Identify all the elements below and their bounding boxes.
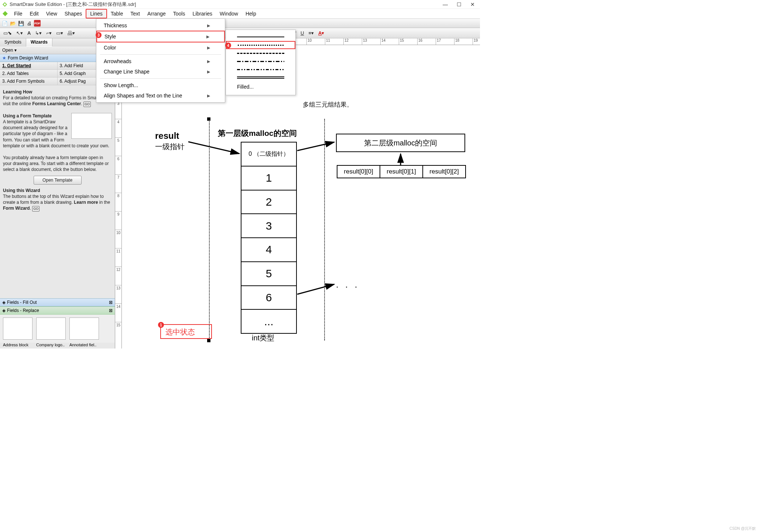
cell-3: 3 xyxy=(241,214,296,238)
new-icon[interactable]: 📄 xyxy=(1,20,8,27)
svg-line-5 xyxy=(297,142,334,151)
svg-line-4 xyxy=(188,142,239,154)
font-color-button[interactable]: A▾ xyxy=(316,29,326,37)
label-dots: · · · xyxy=(336,281,359,292)
cell-ellipsis: ... xyxy=(241,310,296,333)
label-inttype: int类型 xyxy=(252,333,274,343)
annotation-1: 1 xyxy=(158,322,164,328)
cell-0: 0 （二级指针） xyxy=(241,143,296,167)
template-thumb xyxy=(71,113,112,139)
menu-style[interactable]: 3Style▶ xyxy=(96,31,225,42)
linestyle-dashdotdot[interactable] xyxy=(226,65,295,73)
menu-help[interactable]: Help xyxy=(242,10,260,18)
fields-fillout-bar[interactable]: ◈Fields - Fill Out⊠ xyxy=(0,298,115,306)
menu-window[interactable]: Window xyxy=(216,10,242,18)
cell-4: 4 xyxy=(241,238,296,262)
label-result-sub: 一级指针 xyxy=(155,142,185,152)
arrow-cell0-to-box xyxy=(297,140,338,151)
linestyle-double[interactable] xyxy=(226,73,295,82)
svg-marker-2 xyxy=(3,11,8,16)
box-title2: 第二层级malloc的空间 xyxy=(336,134,465,152)
cell-2: 2 xyxy=(241,191,296,214)
field-thumbs xyxy=(0,315,115,343)
menubar: File Edit View Shapes Lines Table Text A… xyxy=(0,9,480,18)
selection-handle-top[interactable] xyxy=(207,117,210,121)
linestyle-dashed[interactable] xyxy=(226,49,295,57)
linestyle-solid[interactable] xyxy=(226,33,295,41)
wizard-step-2[interactable]: 2. Add Tables xyxy=(0,70,58,78)
cells-column: 0 （二级指针） 1 2 3 4 5 6 ... xyxy=(241,142,297,334)
menu-file[interactable]: File xyxy=(10,10,26,18)
label-title1: 第一层级malloc的空间 xyxy=(218,128,297,138)
pdf-icon[interactable]: PDF xyxy=(34,20,41,27)
linestyle-filled[interactable]: Filled... xyxy=(226,82,295,92)
line-tool-icon[interactable]: ↖▾ xyxy=(14,29,25,37)
app-menu-icon[interactable] xyxy=(2,11,8,17)
thumb-annotated[interactable] xyxy=(69,318,99,340)
dashed-line-left[interactable] xyxy=(209,119,210,340)
fields-replace-bar[interactable]: ◈Fields - Replace⊠ xyxy=(0,306,115,315)
menu-arrowheads[interactable]: Arrowheads▶ xyxy=(96,56,225,66)
menu-table[interactable]: Table xyxy=(107,10,127,18)
wizard-help: Learning How For a detailed tutorial on … xyxy=(0,85,115,298)
tree-tool-icon[interactable]: 品▾ xyxy=(66,29,77,38)
rcell-1: result[0][1] xyxy=(380,166,423,178)
menu-edit[interactable]: Edit xyxy=(26,10,42,18)
wizard-step-3b[interactable]: 3. Add Form Symbols xyxy=(0,78,58,85)
menu-shapes[interactable]: Shapes xyxy=(61,10,86,18)
thumb-address[interactable] xyxy=(3,318,32,340)
rcell-0: result[0][0] xyxy=(337,166,380,178)
menu-arrange[interactable]: Arrange xyxy=(144,10,169,18)
align-button[interactable]: ≡▾ xyxy=(306,29,316,37)
polyline-tool-icon[interactable]: ⌐▾ xyxy=(44,29,54,37)
minimize-icon[interactable]: — xyxy=(443,1,448,7)
rcell-2: result[0][2] xyxy=(423,166,465,178)
menu-show-length[interactable]: Show Length... xyxy=(96,80,225,90)
menu-thickness[interactable]: Thickness▶ xyxy=(96,20,225,31)
menu-view[interactable]: View xyxy=(42,10,61,18)
partial-text: 多组三元组结果。 xyxy=(303,100,353,109)
menu-tools[interactable]: Tools xyxy=(169,10,189,18)
titlebar: SmartDraw Suite Edition - [三数之和-二级指针保存结果… xyxy=(0,0,480,9)
lines-dropdown: Thickness▶ 3Style▶ Color▶ Arrowheads▶ Ch… xyxy=(96,18,225,103)
toolbar-standard: 📄 📂 💾 🖨 PDF ▦ ? xyxy=(0,18,480,28)
svg-line-7 xyxy=(297,284,334,294)
window-title: SmartDraw Suite Edition - [三数之和-二级指针保存结果… xyxy=(10,1,136,8)
menu-libraries[interactable]: Libraries xyxy=(189,10,216,18)
open-icon[interactable]: 📂 xyxy=(10,20,16,27)
arrow-row-to-box xyxy=(397,152,404,167)
pointer-tool-icon[interactable]: ▭⬊ xyxy=(1,29,14,37)
underline-button[interactable]: U xyxy=(299,29,306,37)
maximize-icon[interactable]: ☐ xyxy=(457,1,462,7)
annotation-4: 4 xyxy=(225,42,231,48)
shape-tool-icon[interactable]: ▭▾ xyxy=(54,29,65,37)
tab-symbols[interactable]: Symbols xyxy=(0,38,26,47)
print-icon[interactable]: 🖨 xyxy=(26,20,32,27)
cell-1: 1 xyxy=(241,167,296,191)
save-icon[interactable]: 💾 xyxy=(18,20,24,27)
cell-6: 6 xyxy=(241,286,296,310)
annotation-selected-text: 选中状态 xyxy=(165,327,195,337)
arrow-cell6-to-dots xyxy=(297,281,338,296)
arrow-result-to-cell0 xyxy=(188,138,242,157)
close-icon[interactable]: ✕ xyxy=(470,1,475,7)
wizard-step-1[interactable]: 1. Get Started xyxy=(0,62,58,70)
menu-text[interactable]: Text xyxy=(127,10,144,18)
open-template-button[interactable]: Open Template xyxy=(34,176,82,185)
tab-wizards[interactable]: Wizards xyxy=(26,38,52,47)
thumb-logo[interactable] xyxy=(36,318,66,340)
text-tool-icon[interactable]: A xyxy=(25,29,32,37)
app-logo-icon xyxy=(2,2,7,7)
selection-handle-bottom[interactable] xyxy=(207,339,210,342)
menu-change-line-shape[interactable]: Change Line Shape▶ xyxy=(96,66,225,77)
label-result: result xyxy=(155,131,179,141)
menu-align-shapes[interactable]: Align Shapes and Text on the Line▶ xyxy=(96,90,225,101)
annotation-3: 3 xyxy=(96,32,102,38)
menu-lines[interactable]: Lines xyxy=(86,9,107,18)
style-submenu: 4 Filled... xyxy=(226,30,296,95)
linestyle-dotted[interactable]: 4 xyxy=(226,41,295,49)
menu-color[interactable]: Color▶ xyxy=(96,42,225,53)
cell-5: 5 xyxy=(241,262,296,286)
linestyle-dashdot[interactable] xyxy=(226,57,295,65)
connector-tool-icon[interactable]: ↳▾ xyxy=(33,29,44,37)
